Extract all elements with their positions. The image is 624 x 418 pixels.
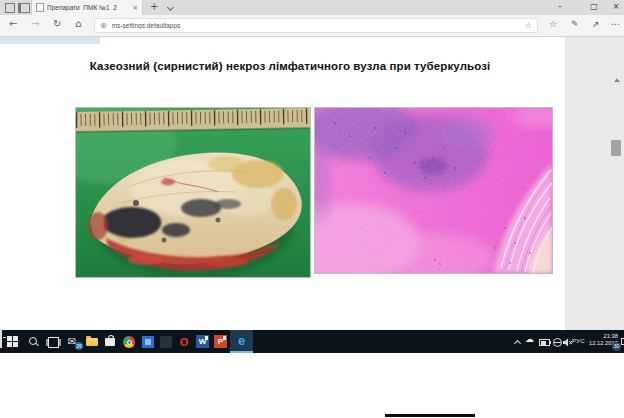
slide-title: Казеозний (сирнистий) некроз лімфатичног… (40, 60, 540, 72)
site-globe-icon: ⊕ (100, 21, 107, 30)
powerpoint-icon[interactable]: P (214, 335, 227, 348)
opera-icon[interactable]: O (177, 335, 191, 349)
new-tab-button[interactable]: + (150, 1, 158, 12)
gross-specimen-drawing (76, 108, 310, 277)
web-note-pen-icon[interactable]: ✎ (571, 19, 579, 29)
windows-taskbar: ✉ 26 O W P e ☁ РУС 21:38 12.12.2018 30 (0, 330, 624, 353)
hidden-icons-chevron-icon[interactable] (514, 340, 521, 347)
tab-title: Препарати_ПМК №1_2 (47, 4, 129, 11)
edge-icon: e (238, 333, 245, 348)
action-center-badge: 30 (612, 342, 621, 351)
share-icon[interactable]: ↗ (592, 19, 600, 29)
more-options-icon[interactable]: ⋯ (611, 19, 620, 29)
keyboard-language-indicator[interactable]: РУС (572, 338, 585, 344)
file-explorer-icon[interactable] (86, 338, 98, 346)
task-view-icon[interactable] (48, 337, 59, 348)
chrome-icon[interactable] (123, 336, 135, 348)
gross-specimen-image (75, 107, 311, 278)
set-tabs-aside-icon[interactable] (5, 3, 15, 13)
histology-image (314, 107, 553, 274)
photos-inner-square (145, 339, 151, 345)
page-header-strip (0, 37, 100, 44)
window-minimize-button[interactable]: – (552, 0, 568, 14)
edge-active-app[interactable]: e (230, 330, 253, 353)
tray-time: 21:38 (588, 333, 618, 340)
start-button-icon[interactable] (7, 336, 18, 347)
hub-favorites-icon[interactable]: ☆ (549, 19, 557, 29)
address-bar[interactable]: ⊕ ms-settings:defaultapps ☆ (94, 18, 538, 33)
network-icon[interactable] (553, 338, 562, 347)
back-icon[interactable]: ← (9, 18, 17, 29)
add-favorite-star-icon[interactable]: ☆ (525, 21, 532, 30)
page-document-icon (36, 3, 44, 12)
scrollbar-thumb[interactable] (611, 140, 621, 156)
word-page-corner (205, 336, 208, 340)
battery-icon[interactable] (539, 339, 550, 346)
window-maximize-button[interactable]: □ (586, 0, 602, 14)
refresh-icon[interactable]: ↻ (53, 18, 61, 29)
onedrive-cloud-icon[interactable]: ☁ (525, 334, 534, 344)
window-close-button[interactable]: × (608, 0, 624, 14)
microsoft-store-icon[interactable] (105, 338, 115, 346)
chrome-center-dot (127, 340, 132, 345)
browser-tab[interactable]: Препарати_ПМК №1_2 × (31, 0, 143, 15)
search-icon[interactable] (28, 336, 39, 347)
tabs-set-aside-icon[interactable] (18, 3, 30, 13)
home-icon[interactable]: ⌂ (75, 18, 81, 29)
histology-drawing (315, 108, 552, 273)
powerpoint-page-corner (223, 336, 226, 340)
video-progress-bar (385, 414, 475, 417)
desktop-screenshot: Препарати_ПМК №1_2 × + – □ × ← → ↻ ⌂ ⊕ m… (0, 0, 624, 418)
tab-preview-chevron-icon[interactable] (167, 4, 174, 11)
tab-close-icon[interactable]: × (132, 4, 138, 12)
photos-app-icon[interactable] (142, 336, 154, 348)
browser-tab-strip: Препарати_ПМК №1_2 × + – □ × (0, 0, 624, 15)
browser-toolbar: ← → ↻ ⌂ ⊕ ms-settings:defaultapps ☆ ☆ ✎ … (0, 15, 624, 37)
word-icon[interactable]: W (196, 335, 209, 348)
scrollbar-up-arrow[interactable] (614, 78, 620, 82)
forward-icon[interactable]: → (31, 18, 39, 29)
mail-badge: 26 (75, 342, 83, 350)
url-text[interactable]: ms-settings:defaultapps (112, 22, 520, 29)
inactive-app-icon[interactable] (160, 336, 172, 348)
page-content: Казеозний (сирнистий) некроз лімфатичног… (0, 37, 624, 330)
connected-device-icon[interactable] (0, 329, 2, 348)
